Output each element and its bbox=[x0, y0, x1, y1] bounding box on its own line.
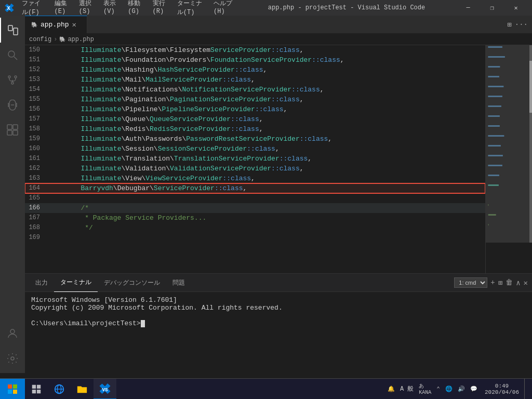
tray-action-center[interactable]: 💬 bbox=[468, 385, 480, 392]
activity-debug[interactable] bbox=[0, 92, 25, 117]
terminal-line-3 bbox=[31, 312, 526, 320]
delete-terminal-button[interactable]: 🗑 bbox=[506, 278, 513, 287]
svg-rect-10 bbox=[7, 125, 12, 129]
activity-settings[interactable] bbox=[0, 346, 25, 371]
svg-rect-1 bbox=[8, 25, 12, 31]
line-row-162[interactable]: 162 Illuminate\Validation\ValidationServ… bbox=[25, 164, 485, 174]
menu-select[interactable]: 選択(S) bbox=[75, 0, 98, 18]
tray-more[interactable]: ⌃ bbox=[434, 385, 442, 392]
panel-tab-debug-console[interactable]: デバッグコンソール bbox=[98, 274, 166, 292]
line-number-163: 163 bbox=[25, 174, 48, 183]
clock-time: 0:49 bbox=[495, 383, 509, 389]
svg-text:VS: VS bbox=[102, 387, 108, 392]
menu-run[interactable]: 実行(R) bbox=[149, 0, 172, 18]
line-row-163[interactable]: 163 Illuminate\View\ViewServiceProvider:… bbox=[25, 174, 485, 183]
terminal-content[interactable]: Microsoft Windows [Version 6.1.7601] Cop… bbox=[25, 292, 532, 388]
line-content-164: Barryvdh\Debugbar\ServiceProvider::class… bbox=[48, 183, 485, 193]
breadcrumb: config › 🐘 app.php bbox=[25, 34, 532, 45]
taskbar-folder[interactable] bbox=[71, 379, 94, 400]
line-row-154[interactable]: 154 Illuminate\Notifications\Notificatio… bbox=[25, 85, 485, 95]
line-row-155[interactable]: 155 Illuminate\Pagination\PaginationServ… bbox=[25, 95, 485, 104]
line-row-161[interactable]: 161 Illuminate\Translation\TranslationSe… bbox=[25, 154, 485, 164]
breadcrumb-file[interactable]: app.php bbox=[68, 36, 94, 43]
minimap-canvas bbox=[486, 45, 532, 243]
show-desktop-button[interactable] bbox=[524, 379, 530, 400]
line-row-151[interactable]: 151 Illuminate\Foundation\Providers\Foun… bbox=[25, 55, 485, 65]
panel-tab-output[interactable]: 出力 bbox=[29, 274, 54, 292]
activity-explorer[interactable] bbox=[0, 18, 25, 43]
line-row-169[interactable]: 169 bbox=[25, 233, 485, 243]
line-number-161: 161 bbox=[25, 154, 48, 164]
maximize-button[interactable]: ❐ bbox=[480, 0, 504, 16]
taskbar-ie[interactable] bbox=[48, 379, 71, 400]
panel-tab-problems[interactable]: 問題 bbox=[166, 274, 191, 292]
line-content-153: Illuminate\Mail\MailServiceProvider::cla… bbox=[48, 75, 485, 85]
line-row-157[interactable]: 157 Illuminate\Queue\QueueServiceProvide… bbox=[25, 114, 485, 124]
split-editor-button[interactable]: ⊞ bbox=[507, 20, 511, 29]
line-content-163: Illuminate\View\ViewServiceProvider::cla… bbox=[48, 174, 485, 183]
panel-tab-terminal[interactable]: ターミナル bbox=[54, 274, 98, 292]
line-row-152[interactable]: 152 Illuminate\Hashing\HashServiceProvid… bbox=[25, 65, 485, 75]
minimize-button[interactable]: ─ bbox=[456, 0, 480, 16]
menu-file[interactable]: ファイル(F) bbox=[18, 0, 49, 18]
start-button[interactable] bbox=[0, 379, 25, 400]
tray-ime-kana[interactable]: あKANA bbox=[417, 382, 433, 395]
menu-terminal[interactable]: ターミナル(T) bbox=[173, 0, 208, 18]
code-editor[interactable]: 150 Illuminate\Filesystem\FilesystemServ… bbox=[25, 45, 485, 273]
taskbar-explorer[interactable] bbox=[25, 379, 48, 400]
tab-close-button[interactable]: ✕ bbox=[72, 20, 76, 29]
line-number-155: 155 bbox=[25, 95, 48, 104]
tab-app-php[interactable]: 🐘 app.php ✕ bbox=[25, 16, 87, 33]
editor-panel-container: 150 Illuminate\Filesystem\FilesystemServ… bbox=[25, 45, 532, 388]
line-row-165[interactable]: 165 bbox=[25, 193, 485, 203]
titlebar: X ファイル(F) 編集(E) 選択(S) 表示(V) 移動(G) 実行(R) … bbox=[0, 0, 532, 16]
line-row-150[interactable]: 150 Illuminate\Filesystem\FilesystemServ… bbox=[25, 45, 485, 55]
terminal-line-1: Microsoft Windows [Version 6.1.7601] bbox=[31, 296, 526, 304]
line-content-160: Illuminate\Session\SessionServiceProvide… bbox=[48, 144, 485, 154]
line-row-168[interactable]: 168 */ bbox=[25, 223, 485, 233]
tab-actions: ⊞ ··· bbox=[507, 16, 532, 33]
panel-tab-bar: 出力 ターミナル デバッグコンソール 問題 1: cmd + ⊞ 🗑 ∧ ✕ bbox=[25, 274, 532, 292]
line-row-160[interactable]: 160 Illuminate\Session\SessionServicePro… bbox=[25, 144, 485, 154]
breadcrumb-config[interactable]: config bbox=[29, 36, 51, 43]
activity-accounts[interactable] bbox=[0, 321, 25, 346]
activity-extensions[interactable] bbox=[0, 117, 25, 142]
line-row-159[interactable]: 159 Illuminate\Auth\Passwords\PasswordRe… bbox=[25, 134, 485, 144]
menu-view[interactable]: 表示(V) bbox=[99, 0, 123, 18]
tray-clock[interactable]: 0:49 2020/04/06 bbox=[481, 383, 523, 395]
menu-edit[interactable]: 編集(E) bbox=[50, 0, 74, 18]
line-content-168: */ bbox=[48, 223, 485, 233]
new-terminal-button[interactable]: + bbox=[490, 278, 495, 287]
svg-line-4 bbox=[14, 57, 17, 60]
tray-ime-a[interactable]: A 般 bbox=[398, 384, 416, 393]
line-content-156: Illuminate\Pipeline\PipelineServiceProvi… bbox=[48, 104, 485, 114]
line-content-167: * Package Service Providers... bbox=[48, 213, 485, 223]
main-content: 🐘 app.php ✕ ⊞ ··· config › 🐘 app.php 150… bbox=[25, 16, 532, 388]
line-row-167[interactable]: 167 * Package Service Providers... bbox=[25, 213, 485, 223]
line-row-164[interactable]: 164 Barryvdh\Debugbar\ServiceProvider::c… bbox=[25, 183, 485, 193]
line-number-157: 157 bbox=[25, 114, 48, 124]
panel-maximize-button[interactable]: ∧ bbox=[516, 278, 520, 287]
line-row-158[interactable]: 158 Illuminate\Redis\RedisServiceProvide… bbox=[25, 124, 485, 134]
tray-notification[interactable]: 🔔 bbox=[385, 385, 397, 392]
tray-volume[interactable]: 🔊 bbox=[456, 385, 467, 392]
svg-rect-13 bbox=[13, 130, 18, 135]
menu-help[interactable]: ヘルプ(H) bbox=[209, 0, 237, 18]
tray-network[interactable]: 🌐 bbox=[443, 385, 455, 392]
tab-bar: 🐘 app.php ✕ ⊞ ··· bbox=[25, 16, 532, 34]
menu-goto[interactable]: 移動(G) bbox=[124, 0, 147, 18]
line-row-166[interactable]: 166 /* bbox=[25, 203, 485, 213]
more-actions-button[interactable]: ··· bbox=[515, 20, 528, 29]
close-button[interactable]: ✕ bbox=[504, 0, 528, 16]
split-terminal-button[interactable]: ⊞ bbox=[498, 278, 502, 287]
line-content-166: /* bbox=[48, 203, 485, 213]
line-number-167: 167 bbox=[25, 213, 48, 223]
activity-source-control[interactable] bbox=[0, 68, 25, 92]
taskbar-vscode[interactable]: VS bbox=[94, 379, 116, 400]
line-content-162: Illuminate\Validation\ValidationServiceP… bbox=[48, 164, 485, 174]
line-row-156[interactable]: 156 Illuminate\Pipeline\PipelineServiceP… bbox=[25, 104, 485, 114]
panel-close-button[interactable]: ✕ bbox=[524, 278, 528, 287]
terminal-selector[interactable]: 1: cmd bbox=[454, 277, 487, 288]
activity-search[interactable] bbox=[0, 43, 25, 68]
line-row-153[interactable]: 153 Illuminate\Mail\MailServiceProvider:… bbox=[25, 75, 485, 85]
